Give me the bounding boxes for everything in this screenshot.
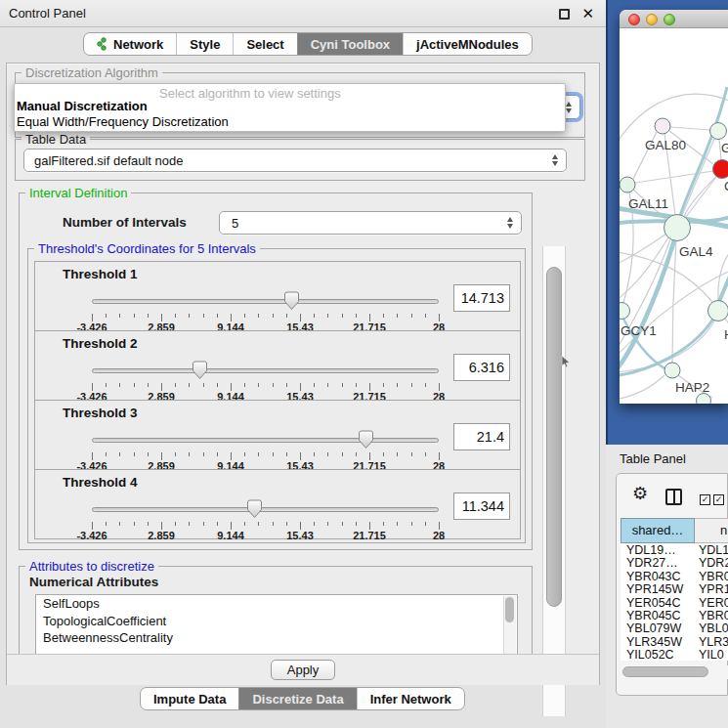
- table-row[interactable]: YDR27… YDR2: [621, 556, 728, 569]
- number-of-intervals-combo[interactable]: 5: [219, 211, 522, 235]
- scrollbar-thumb[interactable]: [622, 666, 708, 677]
- table-row[interactable]: YBR043C YBR0: [621, 570, 728, 582]
- slider-tick: [411, 522, 412, 526]
- numerical-attributes-list[interactable]: SelfLoopsTopologicalCoefficientBetweenne…: [35, 594, 518, 654]
- cell-shared-name[interactable]: YBL079W: [621, 621, 695, 634]
- network-node[interactable]: [708, 301, 728, 321]
- cell-name[interactable]: YIL0: [695, 648, 728, 661]
- threshold-slider[interactable]: -3.4262.8599.14415.4321.71528: [92, 361, 439, 400]
- slider-tick: [244, 383, 245, 387]
- checkbox-icon[interactable]: ✓: [700, 494, 710, 505]
- network-node[interactable]: [620, 303, 630, 320]
- slider-thumb[interactable]: [247, 499, 263, 523]
- tab-discretize-data[interactable]: Discretize Data: [238, 688, 356, 709]
- slider-tick-label: 9.144: [217, 530, 244, 541]
- top-tab-bar: Network Style Select Cyni Toolbox jActiv…: [83, 32, 533, 56]
- cell-name[interactable]: YPR1: [695, 582, 728, 595]
- slider-track[interactable]: [92, 507, 439, 512]
- network-node[interactable]: [664, 215, 691, 241]
- cell-shared-name[interactable]: YIL052C: [621, 648, 695, 661]
- threshold-value-input[interactable]: 21.4: [453, 423, 510, 450]
- scrollbar-thumb[interactable]: [505, 597, 514, 622]
- table-row[interactable]: YBR045C YBR0: [621, 609, 728, 621]
- cell-name[interactable]: YDL1: [695, 543, 728, 556]
- tab-label: jActiveMNodules: [416, 37, 519, 52]
- cell-name[interactable]: YBR0: [695, 570, 728, 582]
- node-table[interactable]: shared… n YDL19… YDL1YDR27… YDR2YBR043C …: [621, 518, 728, 661]
- apply-button[interactable]: Apply: [271, 660, 335, 680]
- horizontal-scrollbar[interactable]: [621, 665, 728, 679]
- network-canvas[interactable]: GAL80 GAL11 GAL4 GCY1 HAP2 GA C H: [620, 28, 728, 404]
- cell-shared-name[interactable]: YDR27…: [621, 556, 695, 569]
- threshold-value-input[interactable]: 14.713: [453, 284, 510, 312]
- traffic-light-zoom[interactable]: [664, 14, 675, 25]
- slider-tick: [217, 452, 218, 456]
- cell-shared-name[interactable]: YDL19…: [621, 543, 695, 556]
- tab-label: Network: [113, 37, 163, 52]
- column-view-icon[interactable]: [665, 489, 682, 505]
- threshold-slider[interactable]: -3.4262.8599.14415.4321.71528: [92, 499, 439, 538]
- slider-thumb[interactable]: [284, 291, 300, 315]
- network-node[interactable]: [620, 177, 635, 193]
- cell-shared-name[interactable]: YBR045C: [621, 609, 695, 621]
- slider-track[interactable]: [92, 368, 439, 373]
- network-node[interactable]: [697, 394, 711, 405]
- attribute-list-item[interactable]: TopologicalCoefficient: [36, 613, 517, 630]
- threshold-slider[interactable]: -3.4262.8599.14415.4321.71528: [92, 291, 439, 330]
- network-nodes[interactable]: [620, 118, 728, 404]
- network-node[interactable]: [664, 363, 680, 378]
- cell-name[interactable]: YBL0: [695, 621, 728, 634]
- traffic-light-minimize[interactable]: [646, 14, 658, 25]
- float-window-icon[interactable]: [559, 9, 570, 20]
- threshold-value-input[interactable]: 6.316: [453, 354, 510, 381]
- checkbox-icon[interactable]: ✓: [713, 494, 724, 505]
- table-data-combo[interactable]: galFiltered.sif default node: [23, 149, 567, 172]
- column-header-shared-name[interactable]: shared…: [621, 518, 695, 543]
- network-node[interactable]: [710, 123, 727, 140]
- table-row[interactable]: YBL079W YBL0: [621, 621, 728, 634]
- cell-name[interactable]: YLR3: [695, 635, 728, 648]
- slider-thumb[interactable]: [193, 361, 208, 384]
- tab-network[interactable]: Network: [84, 33, 176, 55]
- tab-infer-network[interactable]: Infer Network: [357, 688, 464, 709]
- popup-item-manual-discretization[interactable]: Manual Discretization: [17, 99, 148, 114]
- attribute-list-item[interactable]: SelfLoops: [36, 595, 517, 613]
- slider-track[interactable]: [92, 299, 439, 304]
- cell-shared-name[interactable]: YPR145W: [621, 582, 695, 595]
- column-header-name[interactable]: n: [695, 518, 728, 543]
- threshold-value-input[interactable]: 11.344: [453, 492, 510, 520]
- table-row[interactable]: YLR345W YLR3: [621, 635, 728, 648]
- slider-tick: [439, 452, 440, 460]
- table-row[interactable]: YDL19… YDL1: [621, 543, 728, 556]
- gear-icon[interactable]: ⚙: [632, 483, 648, 503]
- slider-tick: [425, 314, 426, 318]
- cell-shared-name[interactable]: YLR345W: [621, 635, 695, 648]
- cell-shared-name[interactable]: YBR043C: [621, 570, 695, 582]
- slider-track[interactable]: [92, 438, 439, 443]
- list-scrollbar[interactable]: [503, 596, 516, 654]
- popup-item-equal-width-frequency[interactable]: Equal Width/Frequency Discretization: [17, 114, 229, 130]
- tab-impute-data[interactable]: Impute Data: [141, 688, 238, 709]
- cell-shared-name[interactable]: YER054C: [621, 596, 695, 609]
- traffic-light-close[interactable]: [628, 14, 640, 25]
- tab-select[interactable]: Select: [233, 33, 296, 55]
- network-graph[interactable]: GAL80 GAL11 GAL4 GCY1 HAP2 GA C H: [620, 28, 728, 404]
- tab-style[interactable]: Style: [176, 33, 233, 55]
- cell-name[interactable]: YBR0: [695, 609, 728, 621]
- network-node[interactable]: [655, 118, 670, 134]
- network-node-selected[interactable]: [713, 160, 728, 179]
- tab-cyni-toolbox[interactable]: Cyni Toolbox: [297, 33, 403, 55]
- close-icon[interactable]: ✕: [581, 4, 594, 23]
- table-row[interactable]: YER054C YER0: [621, 596, 728, 609]
- scrollbar-thumb[interactable]: [546, 267, 562, 607]
- table-panel-body: ⚙ ✓ ✓ shared… n YDL19… YDL1YDR27… YDR2YB…: [616, 473, 728, 696]
- slider-thumb[interactable]: [359, 430, 374, 453]
- cell-name[interactable]: YDR2: [695, 556, 728, 569]
- table-row[interactable]: YPR145W YPR1: [621, 582, 728, 595]
- threshold-slider[interactable]: -3.4262.8599.14415.4321.71528: [92, 430, 439, 469]
- vertical-scrollbar[interactable]: [542, 246, 566, 716]
- tab-jactivemnodules[interactable]: jActiveMNodules: [403, 33, 532, 55]
- attribute-list-item[interactable]: BetweennessCentrality: [36, 629, 517, 647]
- cell-name[interactable]: YER0: [695, 596, 728, 609]
- table-row[interactable]: YIL052C YIL0: [621, 648, 728, 661]
